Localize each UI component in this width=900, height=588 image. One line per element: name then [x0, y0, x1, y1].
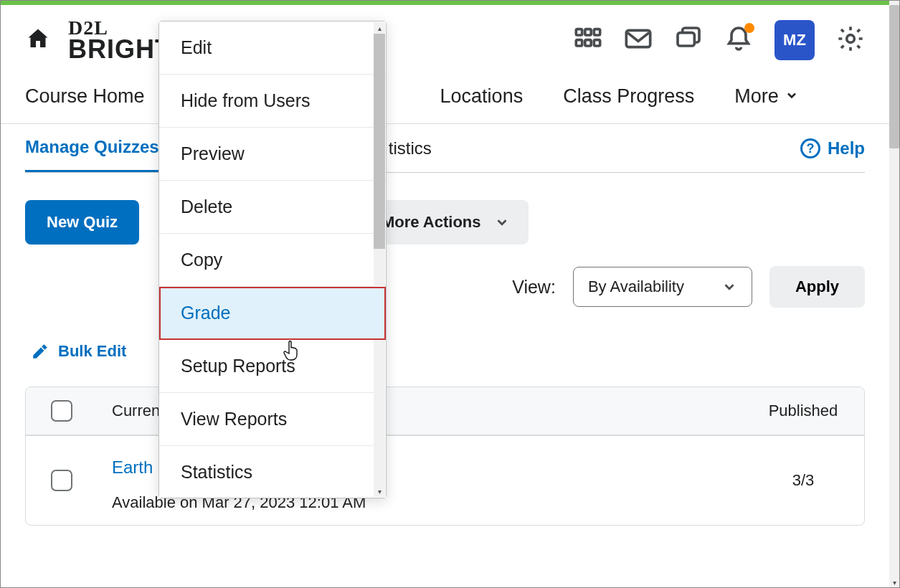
svg-rect-4	[585, 40, 591, 46]
notification-dot-icon	[744, 23, 754, 33]
chevron-down-icon	[494, 214, 510, 230]
menu-item-statistics[interactable]: Statistics	[159, 446, 386, 498]
view-select[interactable]: By Availability	[573, 267, 752, 307]
menu-scrollbar-thumb[interactable]	[374, 34, 385, 249]
menu-item-setup-reports[interactable]: Setup Reports	[159, 340, 386, 393]
app-body: D2L BRIGHTS MZ	[1, 5, 889, 587]
page-scrollbar[interactable]: ▴ ▾	[889, 1, 899, 587]
view-label: View:	[512, 277, 556, 298]
col-header-published[interactable]: Published	[742, 389, 864, 433]
subtabs-underline	[25, 172, 865, 173]
bulk-edit-link[interactable]: Bulk Edit	[31, 342, 865, 361]
settings-gear-icon[interactable]	[836, 24, 865, 56]
nav-course-home[interactable]: Course Home	[25, 85, 145, 108]
home-icon[interactable]	[25, 26, 51, 54]
svg-rect-5	[594, 40, 600, 46]
row-checkbox-cell	[26, 457, 98, 504]
row-published: 3/3	[742, 458, 864, 503]
more-actions-label: More Actions	[382, 213, 481, 232]
topbar-right: MZ	[574, 20, 865, 60]
menu-item-grade[interactable]: Grade	[159, 287, 386, 340]
course-nav: Course Home Locations Class Progress Mor…	[1, 78, 889, 124]
avatar-initials: MZ	[783, 31, 806, 49]
select-all-checkbox[interactable]	[51, 400, 72, 422]
help-icon: ?	[800, 138, 820, 158]
view-selected-value: By Availability	[588, 278, 684, 296]
nav-more[interactable]: More	[734, 85, 799, 108]
view-row: View: By Availability Apply	[1, 245, 889, 308]
more-actions-button[interactable]: More Actions	[363, 200, 529, 245]
menu-item-edit[interactable]: Edit	[159, 22, 386, 75]
menu-item-view-reports[interactable]: View Reports	[159, 393, 386, 446]
menu-item-delete[interactable]: Delete	[159, 181, 386, 234]
menu-scrollbar[interactable]: ▴ ▾	[374, 22, 385, 497]
apply-button[interactable]: Apply	[769, 266, 865, 308]
help-link[interactable]: ? Help	[800, 138, 865, 171]
quiz-subtabs: Manage Quizzes tistics ? Help	[1, 124, 889, 173]
discussions-icon[interactable]	[674, 24, 703, 56]
svg-point-8	[847, 35, 855, 43]
app-frame: ▴ ▾ D2L BRIGHTS	[0, 0, 900, 588]
notifications-bell-icon[interactable]	[724, 24, 753, 56]
nav-locations[interactable]: Locations	[440, 85, 524, 108]
subtab-manage-quizzes[interactable]: Manage Quizzes	[25, 137, 159, 173]
svg-rect-0	[576, 29, 582, 35]
apps-grid-icon[interactable]	[574, 24, 602, 56]
header-checkbox-cell	[26, 387, 98, 435]
user-avatar[interactable]: MZ	[775, 20, 815, 60]
svg-rect-7	[678, 33, 694, 46]
quiz-context-menu: Edit Hide from Users Preview Delete Copy…	[158, 21, 387, 498]
menu-item-copy[interactable]: Copy	[159, 234, 386, 287]
nav-more-label: More	[734, 85, 779, 108]
menu-inner: Edit Hide from Users Preview Delete Copy…	[159, 22, 386, 498]
svg-rect-2	[594, 29, 600, 35]
svg-rect-3	[576, 40, 582, 46]
table-header: Curren Published	[26, 387, 864, 436]
menu-scroll-up-icon[interactable]: ▴	[374, 22, 385, 34]
svg-rect-6	[626, 30, 650, 47]
quiz-title-link[interactable]: Earth	[112, 457, 153, 478]
help-label: Help	[828, 138, 865, 158]
row-checkbox[interactable]	[51, 470, 72, 491]
topbar: D2L BRIGHTS MZ	[1, 5, 889, 78]
chevron-down-icon	[785, 85, 799, 108]
pencil-icon	[31, 342, 49, 361]
table-row: Earth Available on Mar 27, 2023 12:01 AM…	[26, 436, 864, 525]
menu-item-preview[interactable]: Preview	[159, 128, 386, 181]
nav-class-progress[interactable]: Class Progress	[563, 85, 694, 108]
page-scrollbar-thumb[interactable]	[889, 5, 899, 148]
subtab-partial[interactable]: tistics	[389, 138, 432, 171]
new-quiz-button[interactable]: New Quiz	[25, 200, 139, 245]
bulk-edit-label: Bulk Edit	[58, 342, 126, 361]
menu-item-hide[interactable]: Hide from Users	[159, 75, 386, 128]
bulk-edit-row: Bulk Edit	[1, 308, 889, 375]
scroll-down-arrow-icon[interactable]: ▾	[889, 577, 899, 587]
menu-scroll-down-icon[interactable]: ▾	[374, 485, 385, 497]
quiz-toolbar: New Quiz More Actions	[1, 173, 889, 245]
quiz-table: Curren Published Earth Available on Mar …	[25, 387, 865, 526]
chevron-down-icon	[721, 279, 737, 295]
svg-rect-1	[585, 29, 591, 35]
messages-icon[interactable]	[624, 24, 653, 56]
